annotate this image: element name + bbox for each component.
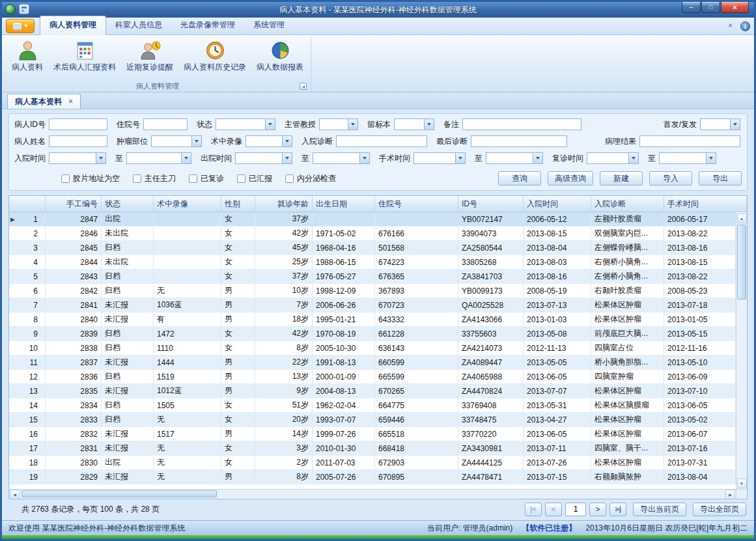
ribbon-collapse-button[interactable]: ＾ <box>727 21 734 31</box>
dropdown-arrow-icon[interactable] <box>265 119 275 130</box>
grid-column-header[interactable]: 手术时间 <box>664 196 747 212</box>
filter-select[interactable] <box>235 152 292 164</box>
tab-close-icon[interactable]: × <box>68 97 73 106</box>
dropdown-arrow-icon[interactable] <box>96 153 105 163</box>
table-row[interactable]: 192829未汇报无男8岁2005-07-26670895ZA447847120… <box>9 470 736 484</box>
filter-select[interactable] <box>486 152 543 164</box>
tab-patient-basic-info[interactable]: 病人基本资料 × <box>7 94 81 109</box>
table-row[interactable]: 82840未汇报有男18岁1995-01-21643332ZA414306620… <box>9 312 736 327</box>
ribbon-item[interactable]: 病人资料历史记录 <box>179 38 251 74</box>
filter-select[interactable] <box>126 152 191 164</box>
dropdown-arrow-icon[interactable] <box>706 153 716 163</box>
filter-select[interactable] <box>49 152 106 164</box>
maximize-button[interactable]: □ <box>701 2 720 13</box>
info-button[interactable]: i <box>740 21 750 31</box>
horizontal-scrollbar-thumb[interactable] <box>21 490 217 497</box>
filter-select[interactable] <box>700 118 740 130</box>
ribbon-tab-3[interactable]: 系统管理 <box>244 16 294 35</box>
filter-input[interactable] <box>336 135 427 147</box>
ribbon-item[interactable]: 近期复诊提醒 <box>122 38 178 74</box>
grid-column-header[interactable]: ID号 <box>458 196 524 212</box>
table-row[interactable]: 92839归档1472女42岁1970-08-19661228337556032… <box>9 327 736 341</box>
filter-input[interactable] <box>49 118 107 130</box>
scroll-down-icon[interactable]: ▼ <box>737 479 747 488</box>
table-row[interactable]: 22846未出院女42岁1971-05-02676166339040732013… <box>9 227 736 241</box>
table-row[interactable]: 52843归档女37岁1976-05-27676365ZA38417032013… <box>9 270 736 284</box>
table-row[interactable]: 122836归档1519男13岁2000-01-09665599ZA406598… <box>9 370 736 384</box>
grid-column-header[interactable] <box>9 196 46 212</box>
export-current-page-button[interactable]: 导出当前页 <box>633 503 686 516</box>
table-row[interactable]: 132835未汇报1012蓝男9岁2004-08-13670265ZA44708… <box>9 384 736 398</box>
action-button[interactable]: 高级查询 <box>548 171 593 186</box>
quick-access-icon[interactable] <box>19 4 29 14</box>
filter-checkbox[interactable]: 胶片地址为空 <box>61 173 120 184</box>
ribbon-item[interactable]: 病人数据报表 <box>252 38 308 74</box>
close-button[interactable]: ✕ <box>721 2 749 13</box>
dropdown-arrow-icon[interactable] <box>181 153 191 163</box>
ribbon-tab-0[interactable]: 病人资料管理 <box>40 16 106 35</box>
filter-select[interactable] <box>394 118 434 130</box>
application-menu-button[interactable] <box>6 19 35 33</box>
table-row[interactable]: ▶12847出院女37岁YB00721472006-05-12左额叶胶质瘤200… <box>9 212 736 227</box>
table-row[interactable]: 72841未汇报1036蓝男7岁2006-06-26670723QA002552… <box>9 298 736 312</box>
grid-column-header[interactable]: 出生日期 <box>313 196 375 212</box>
grid-column-header[interactable]: 就诊年龄 <box>255 196 313 212</box>
ribbon-tab-1[interactable]: 科室人员信息 <box>106 16 171 35</box>
ribbon-item[interactable]: 术后病人汇报资料 <box>49 38 120 74</box>
filter-checkbox[interactable]: 已汇报 <box>237 173 272 184</box>
dropdown-arrow-icon[interactable] <box>533 153 542 163</box>
dropdown-arrow-icon[interactable] <box>455 153 465 163</box>
scroll-left-icon[interactable]: ◀ <box>10 490 20 499</box>
scroll-up-icon[interactable]: ▲ <box>737 214 747 223</box>
dropdown-arrow-icon[interactable] <box>359 153 369 163</box>
grid-column-header[interactable]: 术中录像 <box>154 196 221 212</box>
first-page-button[interactable]: |< <box>525 503 542 516</box>
filter-select[interactable] <box>413 152 466 164</box>
vertical-scrollbar[interactable]: ▲ ▼ <box>736 213 747 489</box>
filter-input[interactable] <box>49 135 107 147</box>
grid-column-header[interactable]: 性别 <box>221 196 255 212</box>
table-row[interactable]: 42844未出院女25岁1988-06-15674223338052682013… <box>9 255 736 270</box>
last-page-button[interactable]: >| <box>609 503 626 516</box>
dropdown-arrow-icon[interactable] <box>282 153 292 163</box>
table-row[interactable]: 142834归档1505女51岁1962-02-0466477533769408… <box>9 398 736 413</box>
filter-checkbox[interactable]: 内分泌检查 <box>285 173 336 184</box>
minimize-button[interactable]: ─ <box>682 2 701 13</box>
filter-select[interactable] <box>245 135 292 147</box>
dropdown-arrow-icon[interactable] <box>282 136 292 146</box>
filter-checkbox[interactable]: 主任主刀 <box>133 173 176 184</box>
filter-input[interactable] <box>639 135 740 147</box>
filter-checkbox[interactable]: 已复诊 <box>189 173 224 184</box>
vertical-scrollbar-thumb[interactable] <box>737 225 746 299</box>
page-number-input[interactable] <box>565 503 586 516</box>
action-button[interactable]: 新建 <box>600 171 643 186</box>
table-row[interactable]: 62842归档无男10岁1998-12-09367893YB0099173200… <box>9 284 736 298</box>
dropdown-arrow-icon[interactable] <box>348 119 357 130</box>
filter-select[interactable] <box>587 152 639 164</box>
table-row[interactable]: 102838归档1110女8岁2005-10-30636143ZA4214073… <box>9 341 736 355</box>
grid-column-header[interactable]: 住院号 <box>375 196 458 212</box>
table-row[interactable]: 32845归档女45岁1968-04-16501568ZA25805442013… <box>9 241 736 255</box>
scroll-right-icon[interactable]: ▶ <box>725 490 735 499</box>
filter-input[interactable] <box>471 135 567 147</box>
export-all-pages-button[interactable]: 导出全部页 <box>693 503 746 516</box>
filter-input[interactable] <box>462 118 581 130</box>
filter-select[interactable] <box>216 118 275 130</box>
grid-column-header[interactable]: 入院诊断 <box>591 196 664 212</box>
action-button[interactable]: 查询 <box>498 171 541 186</box>
ribbon-item[interactable]: 病人资料 <box>7 38 48 74</box>
action-button[interactable]: 导出 <box>699 171 742 186</box>
grid-column-header[interactable]: 入院时间 <box>524 196 591 212</box>
table-row[interactable]: 112837未汇报1444男22岁1991-08-13660599ZA40894… <box>9 355 736 370</box>
dialog-launcher-icon[interactable] <box>300 83 307 90</box>
grid-column-header[interactable]: 手工编号 <box>46 196 102 212</box>
filter-select[interactable] <box>319 118 358 130</box>
ribbon-tab-2[interactable]: 光盘录像带管理 <box>171 16 244 35</box>
table-row[interactable]: 162832未汇报1517男14岁1999-07-266655183377022… <box>9 427 736 441</box>
grid-column-header[interactable]: 状态 <box>102 196 154 212</box>
table-row[interactable]: 152833归档无女20岁1993-07-0765944633748475201… <box>9 413 736 427</box>
next-page-button[interactable]: > <box>589 503 606 516</box>
dropdown-arrow-icon[interactable] <box>628 153 638 163</box>
table-row[interactable]: 182830出院无女2岁2011-07-03672903ZA4444125201… <box>9 456 736 470</box>
table-row[interactable]: 172831未汇报无女3岁2010-01-30668418ZA343098120… <box>9 441 736 456</box>
